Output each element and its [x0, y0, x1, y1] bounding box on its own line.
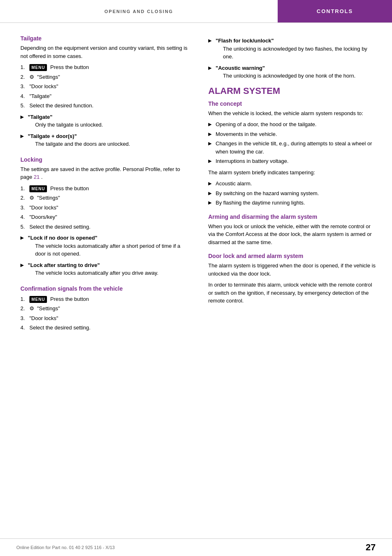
arrow-icon: ▶: [20, 234, 28, 260]
locking-steps: 1. MENU Press the button 2. ⚙ "Settings"…: [20, 185, 188, 231]
concept-bullet-3: ▶ Changes in the vehicle tilt, e.g., dur…: [208, 140, 376, 156]
confirmation-section: Confirmation signals from the vehicle 1.…: [20, 285, 188, 332]
locking-step-4: 4. "Doors/key": [20, 213, 188, 221]
confirmation-step-2: 2. ⚙ "Settings": [20, 305, 188, 313]
controls-label: CONTROLS: [317, 8, 353, 14]
arrow-icon: ▶: [208, 64, 216, 82]
main-content: Tailgate Depending on the equipment vers…: [0, 23, 392, 347]
tamper-bullets: ▶ Acoustic alarm. ▶ By switching on the …: [208, 180, 376, 207]
arrow-icon: ▶: [208, 140, 216, 156]
locking-intro: The settings are saved in the active pro…: [20, 165, 188, 181]
concept-section: The concept When the vehicle is locked, …: [208, 100, 376, 207]
tailgate-step-5: 5. Select the desired function.: [20, 102, 188, 110]
tailgate-title: Tailgate: [20, 35, 188, 42]
header-right-title: CONTROLS: [278, 0, 392, 22]
tamper-bullet-3: ▶ By flashing the daytime running lights…: [208, 199, 376, 207]
arrow-icon: ▶: [208, 189, 216, 198]
menu-badge: MENU: [29, 296, 47, 303]
page-number: 27: [366, 542, 376, 553]
arming-title: Arming and disarming the alarm system: [208, 214, 376, 220]
concept-bullets: ▶ Opening of a door, the hood or the tai…: [208, 120, 376, 165]
locking-bullets: ▶ "Lock if no door is opened" The vehicl…: [20, 234, 188, 279]
tailgate-step-2: 2. ⚙ "Settings": [20, 73, 188, 81]
locking-section: Locking The settings are saved in the ac…: [20, 156, 188, 279]
menu-badge: MENU: [29, 185, 47, 192]
concept-bullet-4: ▶ Interruptions in battery voltage.: [208, 157, 376, 165]
tailgate-section: Tailgate Depending on the equipment vers…: [20, 35, 188, 150]
tailgate-bullet-2: ▶ "Tailgate + door(s)" The tailgate and …: [20, 132, 188, 150]
arrow-icon: ▶: [208, 130, 216, 138]
locking-title: Locking: [20, 156, 188, 163]
gear-icon: ⚙: [29, 194, 34, 202]
arrow-icon: ▶: [20, 132, 28, 150]
tamper-bullet-1: ▶ Acoustic alarm.: [208, 180, 376, 188]
concept-bullet-1: ▶ Opening of a door, the hood or the tai…: [208, 120, 376, 129]
menu-badge: MENU: [29, 64, 47, 71]
arrow-icon: ▶: [20, 113, 28, 131]
tailgate-intro: Depending on the equipment version and c…: [20, 44, 188, 60]
page-footer: Online Edition for Part no. 01 40 2 925 …: [0, 538, 392, 556]
locking-step-2: 2. ⚙ "Settings": [20, 194, 188, 202]
concept-intro: When the vehicle is locked, the vehicle …: [208, 109, 376, 118]
tailgate-bullets: ▶ "Tailgate" Only the tailgate is unlock…: [20, 113, 188, 150]
tailgate-step-4: 4. "Tailgate": [20, 92, 188, 100]
opening-closing-label: OPENING AND CLOSING: [105, 9, 173, 14]
tailgate-step-1: 1. MENU Press the button: [20, 63, 188, 71]
alarm-system-heading: ALARM SYSTEM: [208, 86, 376, 96]
footer-text: Online Edition for Part no. 01 40 2 925 …: [16, 545, 115, 550]
confirmation-step-4: 4. Select the desired setting.: [20, 324, 188, 332]
confirmation-step-1: 1. MENU Press the button: [20, 295, 188, 303]
locking-step-3: 3. "Door locks": [20, 204, 188, 212]
locking-bullet-2: ▶ "Lock after starting to drive" The veh…: [20, 261, 188, 279]
confirmation-title: Confirmation signals from the vehicle: [20, 285, 188, 292]
concept-title: The concept: [208, 100, 376, 107]
tailgate-step-3: 3. "Door locks": [20, 82, 188, 91]
locking-link[interactable]: 21: [34, 174, 40, 180]
tailgate-steps: 1. MENU Press the button 2. ⚙ "Settings"…: [20, 63, 188, 110]
acoustic-bullet: ▶ "Acoustic warning" The unlocking is ac…: [208, 64, 376, 82]
gear-icon: ⚙: [29, 305, 34, 313]
arrow-icon: ▶: [208, 199, 216, 207]
header-left-title: OPENING AND CLOSING: [0, 0, 278, 22]
arrow-icon: ▶: [208, 120, 216, 129]
locking-bullet-1: ▶ "Lock if no door is opened" The vehicl…: [20, 234, 188, 260]
tamper-bullet-2: ▶ By switching on the hazard warning sys…: [208, 189, 376, 198]
tamper-intro: The alarm system briefly indicates tampe…: [208, 169, 376, 177]
locking-step-5: 5. Select the desired setting.: [20, 223, 188, 231]
arrow-icon: ▶: [208, 157, 216, 165]
flash-bullet: ▶ "Flash for lock/unlock" The unlocking …: [208, 37, 376, 62]
right-column: ▶ "Flash for lock/unlock" The unlocking …: [200, 35, 392, 335]
door-lock-text1: The alarm system is triggered when the d…: [208, 262, 376, 278]
flash-acoustic-bullets: ▶ "Flash for lock/unlock" The unlocking …: [208, 37, 376, 82]
page-header: OPENING AND CLOSING CONTROLS: [0, 0, 392, 23]
tailgate-bullet-1: ▶ "Tailgate" Only the tailgate is unlock…: [20, 113, 188, 131]
arming-section: Arming and disarming the alarm system Wh…: [208, 214, 376, 247]
concept-bullet-2: ▶ Movements in the vehicle.: [208, 130, 376, 138]
left-column: Tailgate Depending on the equipment vers…: [0, 35, 200, 335]
arming-text: When you lock or unlock the vehicle, eit…: [208, 222, 376, 247]
door-lock-text2: In order to terminate this alarm, unlock…: [208, 281, 376, 305]
door-lock-title: Door lock and armed alarm system: [208, 253, 376, 259]
confirmation-steps: 1. MENU Press the button 2. ⚙ "Settings"…: [20, 295, 188, 332]
arrow-icon: ▶: [208, 180, 216, 188]
door-lock-section: Door lock and armed alarm system The ala…: [208, 253, 376, 305]
arrow-icon: ▶: [208, 37, 216, 62]
arrow-icon: ▶: [20, 261, 28, 279]
gear-icon: ⚙: [29, 73, 34, 81]
locking-step-1: 1. MENU Press the button: [20, 185, 188, 193]
confirmation-step-3: 3. "Door locks": [20, 314, 188, 322]
